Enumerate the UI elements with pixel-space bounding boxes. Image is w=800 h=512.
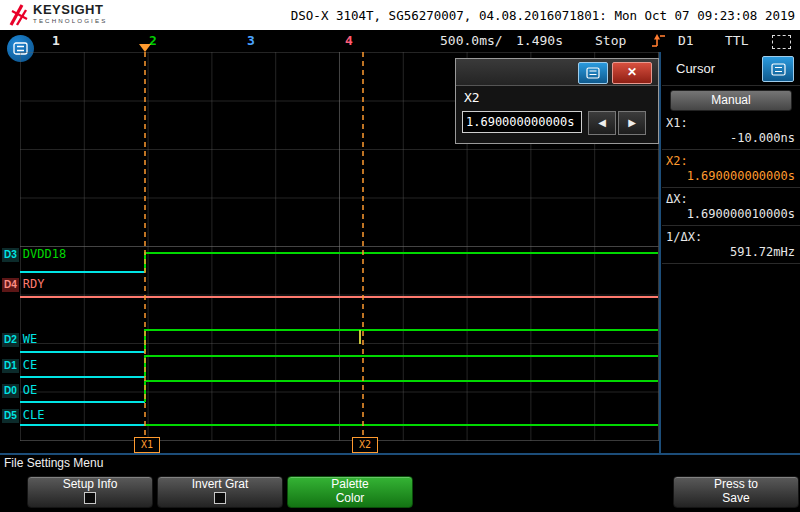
- dialog-close-button[interactable]: ✕: [612, 62, 652, 84]
- cursor-panel-menu-button[interactable]: [762, 56, 794, 82]
- menu-list-icon: [771, 63, 786, 76]
- trigger-mode-readout: TTL: [725, 33, 748, 48]
- cursor-x2-value: 1.690000000000s: [687, 169, 795, 183]
- cursor-x1-tag[interactable]: X1: [134, 437, 160, 453]
- trace-ce-high: [145, 356, 658, 377]
- channel-label-d4: D4 RDY: [2, 277, 45, 292]
- channel-label-d5: D5 CLE: [2, 408, 45, 423]
- cursor-value-input[interactable]: [462, 111, 582, 133]
- softkey-label-line1: Palette: [331, 478, 368, 491]
- header-bar: KEYSIGHT TECHNOLOGIES DSO-X 3104T, SG562…: [0, 0, 800, 30]
- decrement-button[interactable]: ◀: [588, 111, 616, 135]
- softkey-setup-info[interactable]: Setup Info: [27, 476, 153, 508]
- channel-name: OE: [23, 383, 37, 397]
- channel-name: CE: [23, 358, 37, 372]
- softkey-label: Invert Grat: [192, 478, 249, 491]
- invert-grat-checkbox[interactable]: [214, 492, 226, 504]
- channel-1-button[interactable]: 1: [52, 33, 60, 48]
- run-state-indicator: Stop: [595, 33, 626, 48]
- brand-block: KEYSIGHT TECHNOLOGIES: [33, 3, 107, 24]
- softkey-label-line1: Press to: [714, 478, 758, 491]
- cursor-x2-label: X2:: [666, 154, 688, 168]
- channel-badge[interactable]: D3: [2, 248, 19, 262]
- inverse-delta-x-value: 591.72mHz: [730, 245, 795, 259]
- brand-subtitle: TECHNOLOGIES: [33, 18, 107, 24]
- channel-badge[interactable]: D1: [2, 359, 19, 373]
- trigger-edge-icon: [651, 33, 666, 48]
- separator: [662, 263, 800, 264]
- dialog-field-label: X2: [464, 90, 480, 105]
- channel-4-button[interactable]: 4: [345, 33, 353, 48]
- trigger-source-readout: D1: [678, 33, 694, 48]
- channel-badge[interactable]: D4: [2, 278, 19, 292]
- channel-name: DVDD18: [23, 247, 66, 261]
- channel-label-d0: D0 OE: [2, 383, 37, 398]
- channel-3-button[interactable]: 3: [247, 33, 255, 48]
- softkey-palette-color[interactable]: Palette Color: [287, 476, 413, 508]
- softkey-label-line2: Color: [336, 492, 365, 505]
- increment-button[interactable]: ▶: [618, 111, 646, 135]
- selection-rect-icon[interactable]: [772, 35, 791, 49]
- cursor-panel-title: Cursor: [676, 61, 715, 76]
- separator: [662, 225, 800, 226]
- cursor-mode-button[interactable]: Manual: [670, 90, 792, 111]
- dialog-menu-button[interactable]: [578, 62, 608, 84]
- setup-info-checkbox[interactable]: [84, 492, 96, 504]
- channel-name: CLE: [23, 408, 45, 422]
- cursor-x2-tag[interactable]: X2: [352, 437, 378, 453]
- menu-list-icon: [586, 67, 600, 79]
- timebase-readout: 500.0ms/: [440, 33, 503, 48]
- channel-label-d1: D1 CE: [2, 358, 37, 373]
- channel-label-d3: D3 DVDD18: [2, 247, 66, 262]
- delay-readout: 1.490s: [516, 33, 563, 48]
- brand-name: KEYSIGHT: [33, 3, 107, 16]
- separator: [662, 187, 800, 188]
- softkey-invert-grat[interactable]: Invert Grat: [157, 476, 283, 508]
- cursor-panel: Cursor Manual X1: -10.000ns X2: 1.690000…: [662, 52, 800, 453]
- panel-divider: [659, 52, 661, 453]
- status-bar: 1 2 3 4 500.0ms/ 1.490s Stop D1 TTL: [0, 30, 800, 52]
- cursor-value-dialog: ✕ X2 ◀ ▶: [455, 58, 659, 144]
- oscilloscope-screen: KEYSIGHT TECHNOLOGIES DSO-X 3104T, SG562…: [0, 0, 800, 512]
- trace-oe-high: [145, 381, 658, 402]
- cursor-x1-value: -10.000ns: [730, 131, 795, 145]
- dialog-title-bar: ✕: [456, 59, 658, 86]
- inverse-delta-x-label: 1/ΔX:: [666, 230, 702, 244]
- channel-label-d2: D2 WE: [2, 332, 37, 347]
- softkey-menu-title: File Settings Menu: [4, 456, 103, 470]
- separator: [662, 85, 800, 86]
- channel-badge[interactable]: D2: [2, 333, 19, 347]
- keysight-logo-icon: [8, 2, 30, 28]
- channel-name: RDY: [23, 277, 45, 291]
- trace-we-high: [145, 330, 658, 352]
- softkey-label-line2: Save: [722, 492, 749, 505]
- instrument-title: DSO-X 3104T, SG56270007, 04.08.201607180…: [291, 8, 795, 23]
- time-reference-marker[interactable]: [139, 44, 151, 52]
- footer-divider: [0, 453, 800, 455]
- channel-badge[interactable]: D5: [2, 409, 19, 423]
- channel-name: WE: [23, 332, 37, 346]
- delta-x-value: 1.690000010000s: [687, 207, 795, 221]
- cursor-x1-label: X1:: [666, 116, 688, 130]
- channel-badge[interactable]: D0: [2, 384, 19, 398]
- separator: [662, 149, 800, 150]
- softkey-label: Setup Info: [63, 478, 118, 491]
- softkey-press-to-save[interactable]: Press to Save: [673, 476, 799, 508]
- delta-x-label: ΔX:: [666, 192, 688, 206]
- trace-dvdd18-high: [145, 253, 658, 272]
